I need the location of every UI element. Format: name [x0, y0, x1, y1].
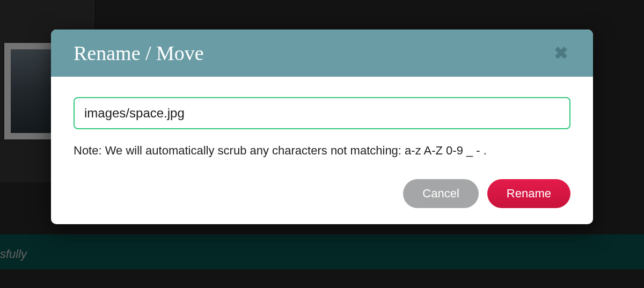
- cancel-button[interactable]: Cancel: [403, 179, 478, 208]
- scrub-note: Note: We will automatically scrub any ch…: [74, 141, 570, 160]
- modal-header: Rename / Move ✖: [51, 29, 593, 77]
- close-icon[interactable]: ✖: [552, 45, 570, 62]
- modal-title: Rename / Move: [74, 41, 204, 65]
- rename-move-modal: Rename / Move ✖ Note: We will automatica…: [51, 29, 593, 224]
- modal-footer: Cancel Rename: [74, 179, 570, 208]
- modal-body: Note: We will automatically scrub any ch…: [51, 77, 593, 224]
- filename-input[interactable]: [74, 97, 570, 129]
- rename-button[interactable]: Rename: [487, 179, 570, 208]
